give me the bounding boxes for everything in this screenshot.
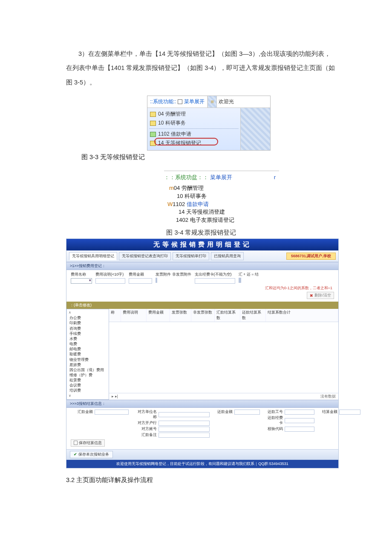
pager-controls[interactable]: ▸ ▸|	[112, 394, 118, 398]
remit-amount-input[interactable]	[95, 410, 129, 415]
noninvoice-count-input[interactable]	[156, 278, 157, 283]
fee-desc-input[interactable]	[95, 278, 125, 284]
factor-note: 汇和还均为0-1之间的系数，二者之和=1	[66, 285, 338, 291]
user-info-box: 5686731,调试用户,学校	[286, 253, 336, 260]
list-item[interactable]: 差旅费	[68, 362, 108, 367]
fig34-item-labor[interactable]: m04 劳酬管理	[164, 184, 279, 192]
caption-3-4: 图 3-4 常规发票报销登记	[66, 229, 337, 237]
remit-note-input[interactable]	[159, 433, 210, 438]
label-fee-name: 费用名称	[71, 272, 92, 277]
welcome-text: 欢迎光	[217, 96, 236, 108]
folder-icon	[150, 141, 156, 146]
item-label: 14 天等慢根消登建	[179, 209, 225, 215]
col-desc: 费用说明	[121, 309, 147, 322]
label-fee-amount: 费用金额	[129, 272, 152, 277]
repay-emp-input[interactable]	[285, 410, 314, 415]
table-footer: ▸ ▸| 没有数据	[109, 393, 338, 400]
menu-item-labor[interactable]: 04 劳酬管理	[149, 110, 239, 119]
item-link: 借款申请	[185, 201, 209, 207]
payee-acct-input[interactable]	[159, 427, 210, 432]
menu-item-research[interactable]: 10 科研事务	[149, 119, 239, 128]
fig34-item-research[interactable]: 10 科研事务	[164, 192, 279, 200]
label-repay-card: 还款经费卡	[266, 416, 283, 426]
caption-3-3: 图 3-3 无等候报销登记	[81, 153, 337, 161]
label-settle-amount: 结算金额	[320, 410, 337, 415]
verify-code-input[interactable]	[285, 427, 314, 432]
sidebar-texture	[240, 108, 270, 150]
item-label: 10 科研事务	[177, 193, 207, 199]
fig34-item-1402[interactable]: 1402 电子友票报请登记	[164, 216, 279, 224]
list-item[interactable]: 咨询费	[68, 326, 108, 331]
list-item[interactable]: 水费	[68, 336, 108, 341]
col-amount: 费用金额	[147, 309, 170, 322]
payee-unit-input[interactable]	[159, 412, 210, 417]
list-item[interactable]: 培训费	[68, 388, 108, 393]
expand-checkbox[interactable]	[178, 99, 182, 104]
footer-message: 欢迎使用无等候报销网络登记，目前处于试运行阶段，有问题和建议请与我们联系｜QQ群…	[66, 460, 338, 468]
divider	[149, 128, 239, 129]
fig34-item-14[interactable]: 14 天等慢根消登建	[164, 208, 279, 216]
repay-amount-input[interactable]	[234, 410, 260, 415]
expand-label[interactable]: 菜单展开	[210, 174, 232, 182]
menu-item-loan[interactable]: 1102 借款申请	[149, 130, 239, 139]
scroll-down-icon[interactable]: ∨	[68, 393, 108, 398]
save-bar: ✔ 保存本次报销业务	[66, 449, 338, 460]
settle-amount-input[interactable]	[339, 410, 360, 415]
list-item[interactable]: 因公出国（境）费用	[68, 367, 108, 372]
fee-amount-input[interactable]	[129, 278, 152, 284]
list-item[interactable]: 租赁费	[68, 378, 108, 383]
tab-query-print[interactable]: 无等候报销登记表查询打印	[119, 252, 171, 260]
menu-item-no-wait-reimburse[interactable]: 14 无等候报销登记	[149, 139, 239, 148]
payee-bank-input[interactable]	[159, 421, 210, 426]
delete-clear-label: 删除/清空	[314, 293, 331, 298]
tab-bar: 无等候报销具用明细登记 无等候报销登记表查询打印 无等候报销单打印 已报销具用查…	[66, 250, 338, 262]
save-settlement-button[interactable]: 保存结算信息	[71, 439, 105, 447]
list-item[interactable]: 取暖费	[68, 352, 108, 357]
repay-card-input[interactable]	[285, 418, 314, 423]
list-item[interactable]: 办公费	[68, 315, 108, 320]
label-payee-acct: 对方账号	[135, 427, 157, 432]
fig34-item-loan[interactable]: W1102 借款申请	[164, 200, 279, 209]
settlement-section: 汇款金额 对方单位名称 对方开户行 对方账号 汇款备注 还款金额 还款工号 还款…	[66, 408, 338, 449]
doc-paragraph: 3）在左侧菜单栏中，单击【14 无等候报销登记】（如图 3—3）,会出现该项的功…	[66, 47, 337, 90]
tab-reimbursed-query[interactable]: 已报销具用查询	[211, 252, 244, 260]
menu-item-label: 14 无等候报销登记	[158, 139, 201, 147]
list-item[interactable]: 手续费	[68, 331, 108, 336]
scroll-up-icon[interactable]: ∧	[68, 310, 108, 315]
col-settle-sum: 结算系数合计	[266, 309, 338, 322]
folder-icon	[150, 121, 156, 126]
expand-label[interactable]: 菜单展开	[184, 98, 205, 105]
tab-form-print[interactable]: 无等候报销单打印	[173, 252, 209, 260]
document-icon	[74, 441, 78, 445]
col-remit-factor: 汇款结算系数	[215, 309, 240, 322]
list-item[interactable]: 会议费	[68, 383, 108, 388]
col-repay-factor: 还款结算系数	[240, 309, 266, 322]
figure-3-4-text: ：：系统功盆：： 菜单展开 r m04 劳酬管理 10 科研事务 W1102 借…	[164, 171, 279, 224]
tab-detail-register[interactable]: 无等候报销具用明细登记	[69, 252, 117, 260]
no-data-label: 没有数据	[320, 394, 336, 399]
section-2-header: ：(单击修改)	[66, 302, 338, 309]
settle-factor-input[interactable]	[240, 278, 241, 283]
list-item[interactable]: 邮电费	[68, 346, 108, 352]
label-remit-note: 汇款备注	[135, 433, 157, 438]
section-1-header: >1>>报销费用登记：	[66, 262, 338, 270]
list-item[interactable]: 电费	[68, 341, 108, 346]
fee-name-dropdown-list[interactable]: ∧ 办公费 印刷费 咨询费 手续费 水费 电费 邮电费 取暖费 物业管理费 差旅…	[66, 309, 109, 400]
aux-row: ✖ 删除/清空	[66, 291, 338, 302]
label-remit-amount: 汇款金额	[71, 410, 93, 415]
item-label: 04 劳酬管理	[174, 185, 204, 191]
save-all-button[interactable]: ✔ 保存本次报销业务	[70, 451, 113, 458]
list-item[interactable]: 维修（护）费	[68, 372, 108, 378]
list-item[interactable]: 印刷费	[68, 320, 108, 325]
collapse-handle-icon[interactable]: ≡	[208, 96, 217, 108]
list-item[interactable]: 物业管理费	[68, 357, 108, 362]
label-repay-emp: 还款工号	[266, 410, 283, 415]
delete-clear-button[interactable]: ✖ 删除/清空	[307, 292, 334, 299]
fee-name-dropdown[interactable]	[71, 278, 92, 284]
label-repay-amount: 还款金额	[216, 410, 233, 415]
save-all-label: 保存本次报销业务	[78, 452, 109, 457]
fund-card-input[interactable]	[195, 278, 235, 284]
save-settlement-label: 保存结算信息	[79, 440, 102, 446]
table-body	[109, 322, 338, 393]
folder-icon	[150, 112, 156, 117]
